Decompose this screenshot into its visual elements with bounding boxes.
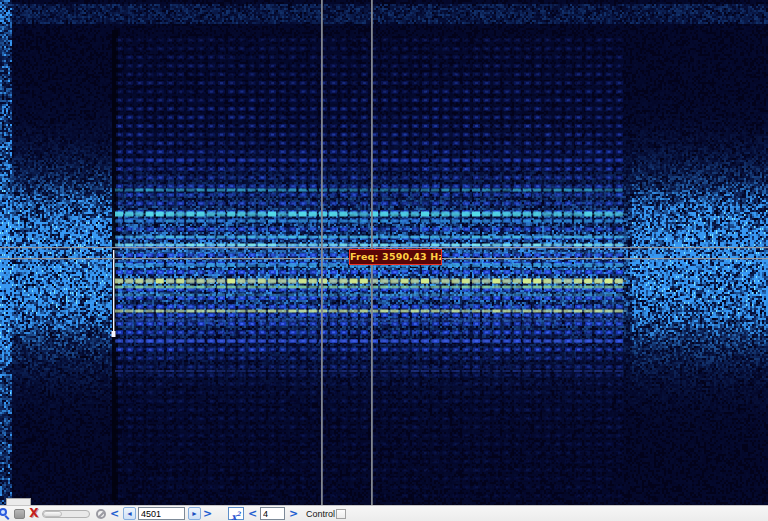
next-record-button[interactable]: ► <box>188 507 201 520</box>
step-forward-button[interactable]: > <box>203 507 212 520</box>
delete-icon[interactable]: X <box>27 506 41 520</box>
magnifier-handle-shape <box>5 515 10 520</box>
freq-tooltip: Freq: 3590,43 Hz <box>349 249 442 265</box>
position-slider[interactable] <box>42 510 90 518</box>
x-squared-button[interactable]: x2 <box>228 507 244 520</box>
step-back-button[interactable]: < <box>110 507 119 520</box>
control-label: Control <box>306 509 335 519</box>
page-forward-button[interactable]: > <box>289 507 298 520</box>
toolbar: X < ◄ ► > x2 < > Control <box>0 505 768 521</box>
x-squared-exponent: 2 <box>237 510 241 517</box>
page-back-button[interactable]: < <box>248 507 257 520</box>
pan-tool-icon[interactable] <box>14 509 25 519</box>
slider-thumb[interactable] <box>43 511 62 517</box>
page-input[interactable] <box>260 507 285 520</box>
spectrogram-view: Freq: 3590,43 Hz <box>0 0 768 505</box>
cancel-icon[interactable] <box>96 509 106 519</box>
magnifier-icon[interactable] <box>0 508 11 520</box>
position-input[interactable] <box>138 507 185 520</box>
app-window: Freq: 3590,43 Hz X < ◄ ► > x2 < > Contro… <box>0 0 768 521</box>
prev-record-button[interactable]: ◄ <box>123 507 136 520</box>
control-checkbox[interactable] <box>336 509 346 519</box>
cancel-slash-shape <box>97 511 104 518</box>
